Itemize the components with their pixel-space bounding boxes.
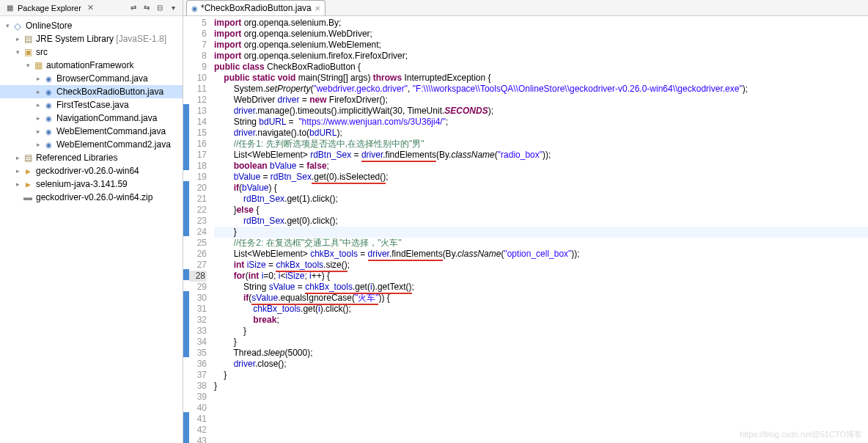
menu-icon[interactable]: ▾ bbox=[168, 3, 178, 13]
code-editor[interactable]: 5678910111213141516171819202122232425262… bbox=[183, 16, 868, 443]
tree-item[interactable]: ▸JRE System Library [JavaSE-1.8] bbox=[0, 32, 183, 45]
tab-close-icon[interactable]: ✕ bbox=[315, 4, 320, 12]
tab-checkboxradiobutton[interactable]: *CheckBoxRadioButton.java ✕ bbox=[186, 0, 326, 15]
code-content[interactable]: import org.openqa.selenium.By;import org… bbox=[210, 16, 868, 443]
tree-item[interactable]: geckodriver-v0.26.0-win64.zip bbox=[0, 191, 183, 204]
tree-item[interactable]: ▸CheckBoxRadioButton.java bbox=[0, 85, 183, 98]
explorer-header: ▦ Package Explorer ✕ ⇄ ⇆ ⊟ ▾ bbox=[0, 0, 183, 16]
tree-item[interactable]: ▾OnlineStore bbox=[0, 19, 183, 32]
tree-item[interactable]: ▸Referenced Libraries bbox=[0, 151, 183, 164]
tree-item[interactable]: ▸WebElementCommand2.java bbox=[0, 138, 183, 151]
package-icon: ▦ bbox=[4, 3, 15, 13]
tree-item[interactable]: ▸selenium-java-3.141.59 bbox=[0, 177, 183, 191]
explorer-title: Package Explorer bbox=[18, 4, 81, 12]
tree-item[interactable]: ▸FirstTestCase.java bbox=[0, 98, 183, 111]
tab-title: *CheckBoxRadioButton.java bbox=[201, 3, 312, 13]
link-editor-icon[interactable]: ⇆ bbox=[141, 3, 152, 13]
watermark: https://blog.csdn.net@51CTO博客 bbox=[740, 429, 862, 440]
tree-item[interactable]: ▸WebElementCommand.java bbox=[0, 125, 183, 138]
tree-item[interactable]: ▾src bbox=[0, 45, 183, 59]
java-icon bbox=[191, 3, 198, 13]
close-icon[interactable]: ✕ bbox=[87, 3, 94, 12]
focus-icon[interactable]: ⊟ bbox=[155, 3, 165, 13]
tree-item[interactable]: ▸NavigationCommand.java bbox=[0, 111, 183, 125]
package-explorer-panel: ▦ Package Explorer ✕ ⇄ ⇆ ⊟ ▾ ▾OnlineStor… bbox=[0, 0, 183, 443]
editor-area: *CheckBoxRadioButton.java ✕ 567891011121… bbox=[183, 0, 868, 443]
breakpoint-gutter[interactable] bbox=[183, 16, 189, 443]
collapse-icon[interactable]: ⇄ bbox=[128, 3, 139, 13]
tree-item[interactable]: ▸geckodriver-v0.26.0-win64 bbox=[0, 164, 183, 177]
project-tree[interactable]: ▾OnlineStore▸JRE System Library [JavaSE-… bbox=[0, 16, 183, 207]
line-numbers: 5678910111213141516171819202122232425262… bbox=[189, 16, 210, 443]
tree-item[interactable]: ▾automationFramework bbox=[0, 59, 183, 72]
tree-item[interactable]: ▸BrowserCommand.java bbox=[0, 72, 183, 85]
tab-bar: *CheckBoxRadioButton.java ✕ bbox=[183, 0, 868, 16]
